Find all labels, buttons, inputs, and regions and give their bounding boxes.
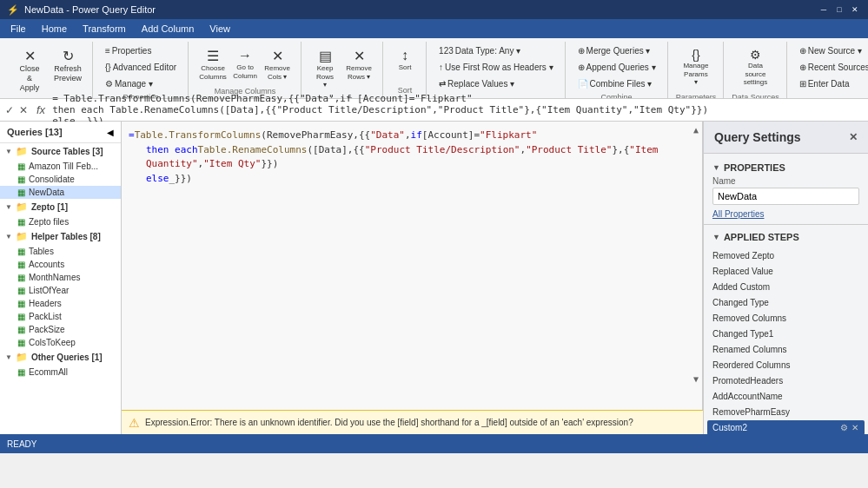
sort-button[interactable]: ↕ Sort (391, 43, 419, 76)
go-to-col-icon: → (238, 48, 252, 63)
step-replaced-value-settings[interactable]: ⚙ (839, 267, 849, 276)
step-changed-type1-delete[interactable]: ✕ (851, 329, 859, 339)
step-custom2-actions: ⚙ ✕ (839, 423, 859, 432)
step-remove-pharm-easy[interactable]: RemovePharmEasy ⚙ ✕ (707, 405, 865, 419)
step-changed-type1[interactable]: Changed Type1 ✕ (707, 326, 865, 341)
query-item-list-of-year[interactable]: ▦ ListOfYear (0, 284, 121, 297)
formula-bar-nav: ✓ ✕ (3, 103, 30, 117)
merge-queries-button[interactable]: ⊕ Merge Queries ▾ (573, 43, 655, 58)
ribbon-buttons-properties: ≡ Properties {} Advanced Editor ⚙ Manage… (101, 43, 181, 91)
query-item-zepto-files[interactable]: ▦ Zepto files (0, 215, 121, 228)
step-changed-type-delete[interactable]: ✕ (851, 298, 859, 307)
query-item-consolidate[interactable]: ▦ Consolidate (0, 173, 121, 186)
step-add-account-name[interactable]: AddAccountName ⚙ ✕ (707, 389, 865, 404)
query-item-month-names[interactable]: ▦ MonthNames (0, 271, 121, 284)
data-source-settings-label: Data sourcesettings (741, 62, 769, 87)
step-added-custom-delete[interactable]: ✕ (851, 282, 859, 292)
step-removed-zepto[interactable]: Removed Zepto ⚙ ✕ (707, 248, 865, 263)
step-reordered-columns-delete[interactable]: ✕ (851, 360, 859, 370)
step-custom2[interactable]: Custom2 ⚙ ✕ (707, 420, 865, 434)
query-item-cols-to-keep[interactable]: ▦ ColsToKeep (0, 336, 121, 349)
remove-columns-button[interactable]: ✕ RemoveCols ▾ (261, 43, 294, 85)
refresh-label: RefreshPreview (54, 64, 82, 83)
step-remove-pharm-easy-settings[interactable]: ⚙ (839, 407, 849, 417)
queries-collapse-button[interactable]: ◀ (107, 128, 114, 137)
code-editor[interactable]: ▲ ▼ = Table.TransformColumns ( RemovePha… (122, 122, 703, 410)
step-promoted-headers-delete[interactable]: ✕ (851, 376, 859, 386)
replace-values-button[interactable]: ⇄ Replace Values ▾ (434, 76, 519, 91)
close-apply-button[interactable]: ✕ Close &Apply (10, 43, 49, 96)
manage-button[interactable]: ⚙ Manage ▾ (101, 76, 157, 91)
step-added-custom-settings[interactable]: ⚙ (839, 282, 849, 292)
data-source-settings-button[interactable]: ⚙ Data sourcesettings (735, 43, 775, 91)
menu-file[interactable]: File (3, 22, 33, 36)
step-promoted-headers[interactable]: PromotedHeaders ✕ (707, 373, 865, 388)
step-replaced-value-delete[interactable]: ✕ (851, 267, 859, 276)
refresh-button[interactable]: ↻ RefreshPreview (50, 43, 85, 88)
step-added-custom[interactable]: Added Custom ⚙ ✕ (707, 280, 865, 294)
choose-columns-button[interactable]: ☰ ChooseColumns (196, 43, 229, 85)
query-item-pack-list[interactable]: ▦ PackList (0, 310, 121, 323)
query-group-source-tables-header[interactable]: ▼ 📁 Source Tables [3] (0, 143, 121, 160)
helper-tables-arrow: ▼ (5, 233, 12, 241)
all-properties-link[interactable]: All Properties (712, 207, 764, 221)
query-item-ecomm-all[interactable]: ▦ EcommAll (0, 366, 121, 379)
other-queries-arrow: ▼ (5, 353, 12, 361)
query-item-tables[interactable]: ▦ Tables (0, 245, 121, 258)
step-renamed-columns[interactable]: Renamed Columns ⚙ ✕ (707, 342, 865, 357)
formula-fx-icon: fx (33, 103, 49, 116)
formula-cancel-button[interactable]: ✕ (17, 103, 30, 117)
step-remove-pharm-easy-delete[interactable]: ✕ (851, 407, 859, 417)
new-source-button[interactable]: ⊕ New Source ▾ (795, 43, 866, 58)
query-group-helper-tables-header[interactable]: ▼ 📁 Helper Tables [8] (0, 228, 121, 245)
data-type-button[interactable]: 123 Data Type: Any ▾ (434, 43, 525, 58)
manage-params-button[interactable]: {} ManageParams ▾ (677, 43, 715, 91)
first-row-header-button[interactable]: ↑ Use First Row as Headers ▾ (434, 60, 557, 75)
minimize-button[interactable]: ─ (818, 3, 830, 16)
maximize-button[interactable]: □ (833, 3, 845, 16)
combine-files-button[interactable]: 📄 Combine Files ▾ (573, 76, 657, 91)
query-group-source-tables: ▼ 📁 Source Tables [3] ▦ Amazon Till Feb.… (0, 143, 121, 199)
consolidate-label: Consolidate (29, 175, 75, 184)
step-custom2-settings[interactable]: ⚙ (839, 423, 849, 432)
menu-home[interactable]: Home (35, 22, 74, 36)
enter-data-icon: ⊞ (799, 79, 806, 89)
query-group-other-queries-header[interactable]: ▼ 📁 Other Queries [1] (0, 349, 121, 366)
remove-rows-button[interactable]: ✕ RemoveRows ▾ (342, 43, 375, 85)
step-add-account-name-settings[interactable]: ⚙ (839, 392, 849, 401)
query-name-input[interactable] (712, 188, 859, 205)
query-item-accounts[interactable]: ▦ Accounts (0, 258, 121, 271)
settings-close-button[interactable]: ✕ (849, 131, 858, 143)
step-removed-columns-delete[interactable]: ✕ (851, 313, 859, 323)
query-item-headers[interactable]: ▦ Headers (0, 297, 121, 310)
step-custom2-delete[interactable]: ✕ (851, 423, 859, 432)
step-replaced-value[interactable]: Replaced Value ⚙ ✕ (707, 264, 865, 279)
scroll-down-button[interactable]: ▼ (693, 374, 699, 384)
step-removed-zepto-settings[interactable]: ⚙ (839, 251, 849, 260)
recent-sources-button[interactable]: ⊕ Recent Sources ▾ (795, 60, 868, 75)
step-changed-type[interactable]: Changed Type ✕ (707, 295, 865, 310)
query-item-amazon[interactable]: ▦ Amazon Till Feb... (0, 160, 121, 173)
step-renamed-columns-delete[interactable]: ✕ (851, 345, 859, 354)
go-to-column-button[interactable]: → Go toColumn (231, 43, 259, 84)
menu-add-column[interactable]: Add Column (135, 22, 202, 36)
step-removed-zepto-delete[interactable]: ✕ (851, 251, 859, 260)
properties-button[interactable]: ≡ Properties (101, 43, 156, 58)
menu-transform[interactable]: Transform (76, 22, 133, 36)
keep-rows-button[interactable]: ▤ KeepRows ▾ (309, 43, 341, 94)
append-queries-button[interactable]: ⊕ Append Queries ▾ (573, 60, 660, 75)
step-add-account-name-delete[interactable]: ✕ (851, 392, 859, 401)
advanced-editor-button[interactable]: {} Advanced Editor (101, 60, 181, 75)
query-item-pack-size[interactable]: ▦ PackSize (0, 323, 121, 336)
query-group-zepto-header[interactable]: ▼ 📁 Zepto [1] (0, 199, 121, 215)
close-button[interactable]: ✕ (849, 3, 861, 16)
step-reordered-columns[interactable]: Reordered Columns ✕ (707, 358, 865, 373)
enter-data-button[interactable]: ⊞ Enter Data (795, 76, 854, 91)
menu-bar: File Home Transform Add Column View (0, 19, 868, 38)
menu-view[interactable]: View (202, 22, 237, 36)
formula-check-button[interactable]: ✓ (3, 103, 16, 117)
scroll-up-button[interactable]: ▲ (693, 125, 699, 135)
step-renamed-columns-settings[interactable]: ⚙ (839, 345, 849, 354)
query-item-newdata[interactable]: ▦ NewData (0, 186, 121, 199)
step-removed-columns[interactable]: Removed Columns ✕ (707, 311, 865, 326)
